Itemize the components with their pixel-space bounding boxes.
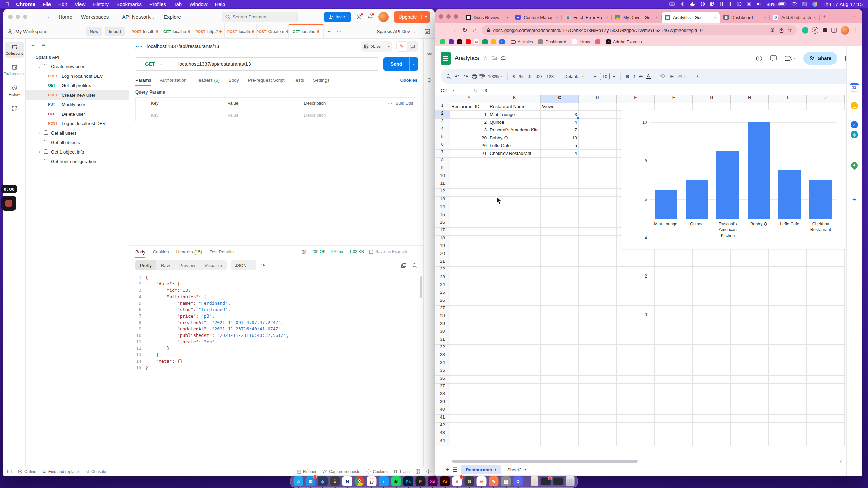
cell-F33[interactable]	[655, 352, 693, 360]
cell-B39[interactable]	[488, 399, 541, 407]
row-header-20[interactable]: 20	[435, 251, 450, 259]
apple-menu-icon[interactable]: 	[5, 1, 9, 7]
cell-C17[interactable]	[541, 228, 579, 236]
cell-B10[interactable]	[488, 173, 541, 181]
battery-indicator[interactable]: 88%	[767, 1, 786, 7]
request-tab[interactable]: Params	[135, 74, 151, 86]
response-scrollbar[interactable]	[420, 276, 422, 298]
cell-D44[interactable]	[579, 438, 617, 446]
nav-back-icon[interactable]: ←	[34, 14, 40, 20]
chart-bar-3[interactable]	[716, 151, 739, 219]
cell-D25[interactable]	[579, 290, 617, 298]
cell-D29[interactable]	[579, 321, 617, 329]
row-header-39[interactable]: 39	[435, 399, 450, 407]
drive-bookmark-icon[interactable]	[491, 39, 496, 44]
cell-E29[interactable]	[617, 321, 655, 329]
cell-B19[interactable]	[488, 243, 541, 251]
cell-G31[interactable]	[693, 337, 731, 345]
reload-icon[interactable]: ↻	[462, 27, 467, 34]
cell-J22[interactable]	[807, 267, 845, 274]
document-title[interactable]: Analytics	[455, 55, 479, 62]
view-segment[interactable]: Pretty	[135, 260, 156, 270]
cell-A20[interactable]	[450, 251, 488, 259]
embedded-bar-chart[interactable]: 0246810 Mint LoungeQuinceRusconi's Ameri…	[621, 110, 845, 249]
row-header-6[interactable]: 6	[435, 142, 450, 150]
close-tab-icon[interactable]: ×	[813, 15, 816, 20]
column-header-J[interactable]: J	[807, 95, 845, 103]
cell-C2[interactable]: 3	[541, 111, 579, 119]
send-button[interactable]: Send ▾	[383, 57, 418, 71]
cell-A14[interactable]	[450, 204, 488, 212]
cell-D30[interactable]	[579, 329, 617, 337]
cell-F44[interactable]	[655, 438, 693, 446]
panel-toggle-icon[interactable]	[7, 470, 12, 473]
horizontal-scrollbar[interactable]: ❬❭	[435, 459, 862, 463]
cell-A5[interactable]: 20	[450, 134, 488, 142]
response-body-editor[interactable]: 123456789101112131415 { "data": { "id": …	[129, 273, 423, 467]
cell-A15[interactable]	[450, 212, 488, 220]
info-bulb-icon[interactable]	[427, 78, 432, 84]
cell-G20[interactable]	[693, 251, 731, 259]
cell-C34[interactable]	[541, 360, 579, 368]
view-segment[interactable]: Visualize	[200, 260, 227, 270]
cell-C14[interactable]	[541, 204, 579, 212]
cell-H25[interactable]	[731, 290, 769, 298]
column-header-F[interactable]: F	[655, 95, 693, 103]
cell-C9[interactable]	[541, 165, 579, 173]
toolbar-more-icon[interactable]: ⋮	[694, 74, 701, 79]
request-tab[interactable]: POSThttp://	[193, 24, 225, 38]
cell-E26[interactable]	[617, 298, 655, 306]
cell-B44[interactable]	[488, 438, 541, 446]
scroll-left-icon[interactable]: ❬	[840, 459, 843, 463]
increase-font-size-button[interactable]: +	[612, 74, 617, 79]
row-header-17[interactable]: 17	[435, 228, 450, 236]
filter-icon[interactable]: ☰	[41, 43, 46, 48]
cell-A29[interactable]	[450, 321, 488, 329]
cell-I39[interactable]	[769, 399, 807, 407]
cell-C4[interactable]: 7	[541, 126, 579, 134]
menubar-item[interactable]: Tab	[174, 1, 182, 7]
cell-E41[interactable]	[617, 415, 655, 423]
share-button[interactable]: Share	[803, 52, 837, 65]
cookies-button[interactable]: Cookies	[366, 469, 387, 474]
cell-I32[interactable]	[769, 345, 807, 352]
cell-E35[interactable]	[617, 368, 655, 376]
meet-button[interactable]: ▾	[785, 56, 796, 61]
cell-B2[interactable]: Mint Lounge	[488, 111, 541, 119]
cell-I31[interactable]	[769, 337, 807, 345]
cell-B6[interactable]: Leffe Cafe	[488, 142, 541, 150]
tree-folder[interactable]: ›Get all users	[26, 128, 129, 138]
cell-I34[interactable]	[769, 360, 807, 368]
font-size-input[interactable]: 10	[600, 73, 610, 80]
increase-decimals-button[interactable]: .00	[535, 74, 543, 79]
wrap-lines-icon[interactable]: ↷	[261, 263, 265, 268]
cell-D6[interactable]	[579, 142, 617, 150]
cell-A36[interactable]	[450, 376, 488, 384]
row-header-27[interactable]: 27	[435, 306, 450, 313]
dock-devices[interactable]: ▤	[501, 476, 511, 486]
tree-collection[interactable]: ⌄Sparsis API	[26, 52, 129, 62]
cell-A4[interactable]: 3	[450, 126, 488, 134]
cell-C1[interactable]: Views	[541, 103, 579, 111]
dock-chrome[interactable]	[355, 476, 364, 486]
cell-I30[interactable]	[769, 329, 807, 337]
cell-C43[interactable]	[541, 430, 579, 438]
cell-J28[interactable]	[807, 313, 845, 321]
cell-A17[interactable]	[450, 228, 488, 236]
row-header-44[interactable]: 44	[435, 438, 450, 446]
invite-button[interactable]: Invite	[324, 12, 351, 22]
response-tab[interactable]: Body	[135, 246, 145, 258]
calendar-bookmark-icon[interactable]: 1	[499, 39, 505, 44]
cell-C37[interactable]	[541, 384, 579, 391]
row-header-18[interactable]: 18	[435, 236, 450, 243]
request-tab[interactable]: Body	[229, 74, 239, 86]
dock-slack[interactable]: #	[452, 476, 462, 486]
cell-D24[interactable]	[579, 282, 617, 290]
keep-panel-icon[interactable]	[851, 102, 858, 109]
menubar-item[interactable]: View	[75, 1, 85, 7]
request-tab[interactable]: GETlocalho	[161, 24, 193, 38]
play-circle-icon[interactable]	[737, 2, 742, 6]
cell-I33[interactable]	[769, 352, 807, 360]
cell-H44[interactable]	[731, 438, 769, 446]
cell-C36[interactable]	[541, 376, 579, 384]
